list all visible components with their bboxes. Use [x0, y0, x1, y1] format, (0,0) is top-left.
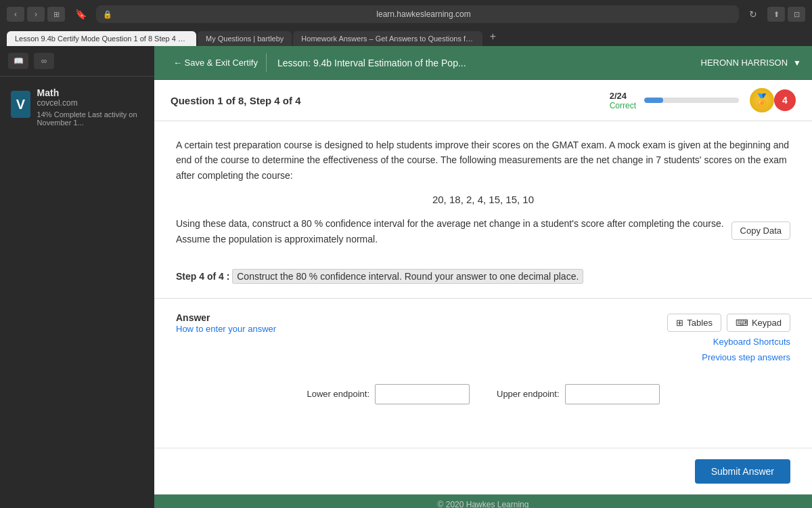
share-button[interactable]: ⬆ [767, 7, 785, 22]
tab-overview-button[interactable]: ⊞ [47, 7, 65, 22]
spacer [154, 421, 812, 448]
tab-homework[interactable]: Homework Answers – Get Answers to Questi… [293, 31, 482, 46]
step-instruction: Step 4 of 4 : Construct the 80 % confide… [176, 271, 790, 282]
active-tab[interactable]: Lesson 9.4b Certify Mode Question 1 of 8… [7, 31, 196, 46]
upper-endpoint-label: Upper endpoint: [497, 389, 560, 399]
how-to-link[interactable]: How to enter your answer [176, 324, 276, 334]
app-logo: V [11, 91, 30, 118]
submit-section: Submit Answer [154, 448, 812, 494]
copyright: © 2020 Hawkes Learning [438, 500, 529, 508]
progress-bar [644, 98, 739, 103]
user-name: HERONN HARRISON [701, 58, 788, 68]
keyboard-shortcuts-link[interactable]: Keyboard Shortcuts [176, 337, 790, 347]
sidebar-app-name: Math [37, 87, 143, 98]
sidebar-toggle-button[interactable]: ⊡ [788, 7, 805, 22]
question-title: Question 1 of 8, Step 4 of 4 [171, 95, 610, 106]
data-values: 20, 18, 2, 4, 15, 15, 10 [176, 194, 790, 205]
tables-button[interactable]: ⊞ Tables [667, 314, 721, 332]
submit-answer-button[interactable]: Submit Answer [695, 459, 790, 484]
sidebar-app-domain: covcel.com [37, 98, 143, 108]
progress-section: 2/24 Correct [610, 91, 739, 110]
sidebar-book-button[interactable]: 📖 [8, 53, 28, 69]
refresh-button[interactable]: ↻ [744, 7, 762, 22]
question-header: Question 1 of 8, Step 4 of 4 2/24 Correc… [154, 80, 812, 121]
answer-section: Answer How to enter your answer ⊞ Tables… [154, 299, 812, 421]
keypad-button[interactable]: ⌨ Keypad [727, 314, 790, 332]
lower-endpoint-label: Lower endpoint: [307, 389, 369, 399]
sidebar-glasses-button[interactable]: ∞ [34, 53, 54, 69]
lower-endpoint-group: Lower endpoint: [307, 384, 470, 404]
new-tab-button[interactable]: + [484, 28, 501, 46]
upper-endpoint-group: Upper endpoint: [497, 384, 660, 404]
back-button[interactable]: ‹ [7, 7, 24, 22]
table-icon: ⊞ [676, 318, 683, 328]
progress-label: Correct [610, 101, 636, 110]
upper-endpoint-input[interactable] [565, 384, 660, 404]
user-dropdown-button[interactable]: ▼ [793, 58, 801, 68]
sidebar: 📖 ∞ V Math covcel.com 14% Complete Last … [0, 46, 154, 508]
progress-fraction: 2/24 [610, 91, 636, 101]
heart-icon: 4 [774, 89, 796, 111]
lock-icon: 🔒 [103, 10, 112, 19]
footer: © 2020 Hawkes Learning [154, 494, 812, 508]
keypad-icon: ⌨ [736, 318, 748, 328]
copy-data-button[interactable]: Copy Data [731, 221, 790, 240]
lower-endpoint-input[interactable] [375, 384, 470, 404]
main-content: Question 1 of 8, Step 4 of 4 2/24 Correc… [154, 80, 812, 508]
sidebar-app-status: 14% Complete Last activity on November 1… [37, 110, 143, 127]
tab-bartleby[interactable]: My Questions | bartleby [198, 31, 292, 46]
save-exit-button[interactable]: ← Save & Exit Certify [165, 54, 267, 72]
question-body: A certain test preparation course is des… [154, 121, 812, 299]
progress-bar-fill [644, 98, 663, 103]
question-paragraph-1: A certain test preparation course is des… [176, 137, 790, 183]
question-paragraph-2: Using these data, construct a 80 % confi… [176, 216, 731, 247]
answer-label: Answer [176, 312, 276, 323]
medal-icon: 🏅 [750, 88, 774, 112]
answer-inputs: Lower endpoint: Upper endpoint: [176, 384, 790, 404]
url-display: learn.hawkeslearning.com [115, 9, 732, 19]
prev-step-answers-link[interactable]: Previous step answers [176, 352, 790, 362]
lesson-title: Lesson: 9.4b Interval Estimation of the … [277, 58, 701, 68]
top-navigation: ← Save & Exit Certify Lesson: 9.4b Inter… [154, 46, 812, 80]
bookmark-icon: 🔖 [75, 9, 87, 20]
forward-button[interactable]: › [27, 7, 45, 22]
